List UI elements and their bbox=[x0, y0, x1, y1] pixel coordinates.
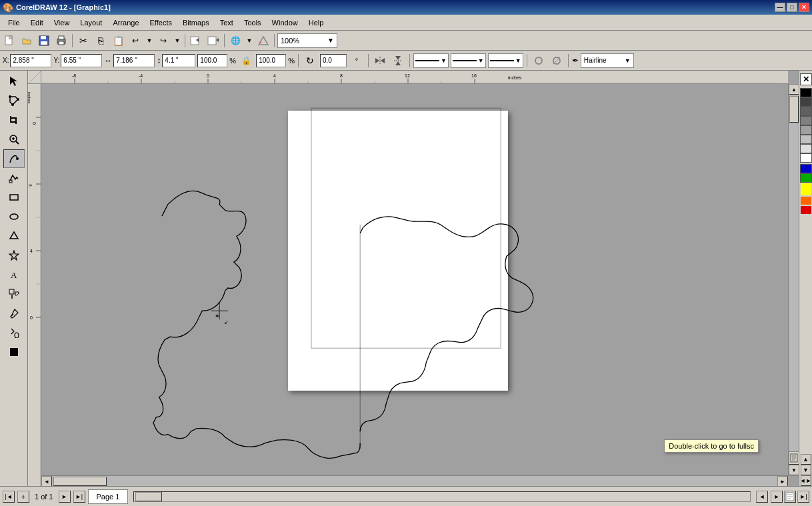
scroll-h-thumb[interactable] bbox=[53, 477, 107, 486]
zoom-combo[interactable]: 100% ▼ bbox=[277, 33, 337, 48]
color-red[interactable] bbox=[800, 205, 812, 215]
color-expand[interactable]: ◄► bbox=[801, 475, 811, 486]
zoom-tool[interactable] bbox=[3, 130, 25, 149]
smart-draw-tool[interactable] bbox=[3, 169, 25, 187]
height-field[interactable]: 4.1 " bbox=[162, 54, 195, 67]
line-end-combo[interactable]: ▼ bbox=[488, 53, 523, 68]
scale-h-field[interactable]: 100.0 bbox=[256, 54, 286, 67]
status-nav1[interactable]: ► bbox=[771, 491, 783, 503]
menu-bitmaps[interactable]: Bitmaps bbox=[177, 17, 215, 28]
status-left-btn[interactable]: ◄ bbox=[756, 491, 768, 503]
status-nav2[interactable]: ►| bbox=[797, 491, 809, 503]
publish-arrow[interactable]: ▼ bbox=[245, 33, 254, 49]
menu-edit[interactable]: Edit bbox=[25, 17, 49, 28]
print-button[interactable] bbox=[53, 33, 69, 49]
hairline-combo[interactable]: Hairline ▼ bbox=[581, 53, 634, 68]
fill-tool[interactable] bbox=[3, 323, 25, 342]
scroll-v-thumb[interactable] bbox=[789, 96, 799, 123]
line-start-combo[interactable]: ▼ bbox=[413, 53, 449, 68]
redo-button[interactable]: ↪ bbox=[155, 33, 171, 49]
horizontal-scrollbar[interactable]: ◄ ► bbox=[41, 475, 788, 486]
status-scroll-thumb[interactable] bbox=[135, 492, 162, 501]
eyedropper-tool[interactable] bbox=[3, 304, 25, 323]
drawing-canvas[interactable]: ✶ ↙ bbox=[41, 84, 788, 486]
angle-field[interactable]: 0.0 bbox=[320, 54, 347, 67]
page-last-button[interactable]: ►| bbox=[73, 491, 85, 503]
rotate-skew-button[interactable]: ↻ bbox=[302, 53, 318, 69]
lock-ratio-button[interactable]: 🔒 bbox=[238, 53, 254, 69]
menu-text[interactable]: Text bbox=[215, 17, 239, 28]
open-button[interactable] bbox=[19, 33, 35, 49]
color-yellow[interactable] bbox=[800, 183, 812, 196]
crop-tool[interactable] bbox=[3, 111, 25, 129]
vertical-scrollbar[interactable]: ▲ ▼ bbox=[788, 84, 799, 475]
color-gray4[interactable] bbox=[800, 135, 812, 144]
undo-button[interactable]: ↩ bbox=[127, 33, 143, 49]
scroll-left-button[interactable]: ◄ bbox=[41, 476, 52, 486]
mirror-h-button[interactable] bbox=[372, 53, 388, 69]
color-scroll-up[interactable]: ▲ bbox=[801, 454, 811, 465]
menu-help[interactable]: Help bbox=[303, 17, 329, 28]
scroll-h-track[interactable] bbox=[52, 476, 777, 486]
status-scroll-area[interactable] bbox=[133, 491, 751, 502]
no-fill-button[interactable]: ✕ bbox=[800, 73, 812, 85]
menu-layout[interactable]: Layout bbox=[75, 17, 107, 28]
color-gray3[interactable] bbox=[800, 125, 812, 135]
undo-arrow[interactable]: ▼ bbox=[145, 33, 154, 49]
maximize-button[interactable]: □ bbox=[787, 3, 797, 12]
width-field[interactable]: 7.186 " bbox=[113, 54, 155, 67]
special-btn1[interactable] bbox=[255, 33, 271, 49]
canvas-area[interactable]: -8 -4 0 4 8 12 16 bbox=[28, 71, 799, 486]
color-darkgray[interactable] bbox=[800, 97, 812, 107]
canvas-content[interactable]: ✶ ↙ bbox=[41, 84, 788, 486]
status-page-btn[interactable] bbox=[784, 491, 796, 503]
outline-btn2[interactable] bbox=[549, 53, 565, 69]
menu-view[interactable]: View bbox=[49, 17, 75, 28]
shape-tool[interactable] bbox=[3, 91, 25, 110]
outline-btn1[interactable] bbox=[531, 53, 547, 69]
interactive-tool[interactable] bbox=[3, 285, 25, 303]
page-first-button[interactable]: |◄ bbox=[3, 491, 15, 503]
color-blue[interactable] bbox=[800, 164, 812, 173]
scroll-v-track[interactable] bbox=[789, 95, 799, 451]
color-gray2[interactable] bbox=[800, 116, 812, 125]
scale-w-field[interactable]: 100.0 bbox=[197, 54, 227, 67]
color-white[interactable] bbox=[800, 153, 812, 163]
publish-button[interactable]: 🌐 bbox=[227, 33, 243, 49]
text-tool[interactable]: A bbox=[3, 265, 25, 284]
select-tool[interactable] bbox=[3, 72, 25, 91]
color-black[interactable] bbox=[800, 88, 812, 97]
line-style-combo[interactable]: ▼ bbox=[451, 53, 486, 68]
menu-effects[interactable]: Effects bbox=[145, 17, 177, 28]
close-button[interactable]: ✕ bbox=[799, 3, 809, 12]
scroll-up-button[interactable]: ▲ bbox=[789, 84, 799, 95]
y-field[interactable]: 6.55 " bbox=[61, 54, 102, 67]
color-gray1[interactable] bbox=[800, 107, 812, 116]
color-green[interactable] bbox=[800, 173, 812, 183]
redo-arrow[interactable]: ▼ bbox=[173, 33, 182, 49]
menu-arrange[interactable]: Arrange bbox=[107, 17, 144, 28]
page-next-button[interactable]: ► bbox=[59, 491, 71, 503]
paste-button[interactable]: 📋 bbox=[110, 33, 126, 49]
x-field[interactable]: 2.858 " bbox=[10, 54, 51, 67]
angle-unit-button[interactable]: ° bbox=[349, 53, 365, 69]
star-tool[interactable] bbox=[3, 246, 25, 265]
page-view-icon[interactable] bbox=[789, 451, 799, 465]
polygon-tool[interactable] bbox=[3, 227, 25, 245]
minimize-button[interactable]: — bbox=[775, 3, 785, 12]
save-button[interactable] bbox=[36, 33, 52, 49]
title-bar-controls[interactable]: — □ ✕ bbox=[775, 3, 809, 12]
cut-button[interactable]: ✂ bbox=[75, 33, 91, 49]
new-button[interactable] bbox=[1, 33, 17, 49]
export-button[interactable] bbox=[205, 33, 221, 49]
ellipse-tool[interactable] bbox=[3, 207, 25, 226]
scroll-down-button[interactable]: ▼ bbox=[789, 465, 799, 475]
menu-window[interactable]: Window bbox=[267, 17, 303, 28]
color-scroll-down[interactable]: ▼ bbox=[801, 465, 811, 475]
copy-button[interactable]: ⎘ bbox=[93, 33, 109, 49]
page-add-button[interactable]: + bbox=[17, 491, 29, 503]
color-lightgray[interactable] bbox=[800, 144, 812, 153]
outline-tool-btn[interactable] bbox=[3, 343, 25, 361]
page-tab[interactable]: Page 1 bbox=[88, 489, 129, 504]
menu-tools[interactable]: Tools bbox=[239, 17, 267, 28]
